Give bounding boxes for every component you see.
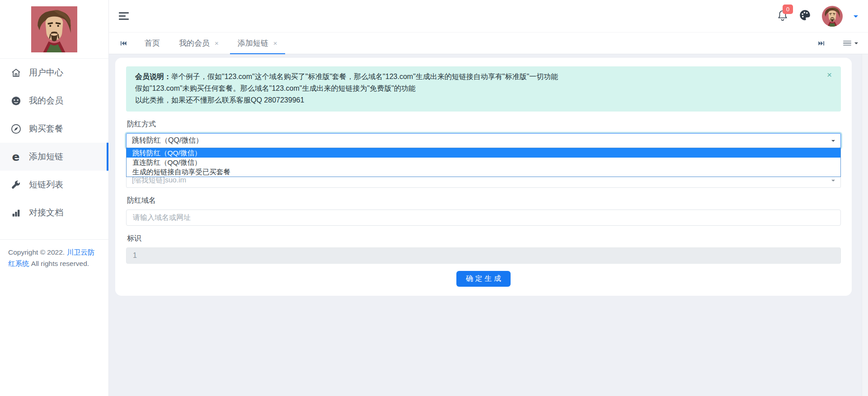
submit-row: 确 定 生 成 <box>126 271 841 287</box>
domain-label: 防红域名 <box>127 196 840 205</box>
skip-start-icon <box>119 40 127 47</box>
avatar-image <box>822 6 843 27</box>
select-caret-icon <box>831 140 835 144</box>
notifications-button[interactable]: 0 <box>777 9 788 23</box>
compass-icon <box>10 124 22 134</box>
tab-add-shortlink[interactable]: 添加短链 <box>228 33 287 54</box>
copyright-suffix: All rights reserved. <box>29 260 89 267</box>
app-logo <box>0 0 108 59</box>
skip-end-icon <box>817 40 826 47</box>
sidebar-item-user-center[interactable]: 用户中心 <box>0 59 108 87</box>
sidebar-nav: 用户中心 我的会员 购买套餐 e 添加短链 短链列表 <box>0 59 108 227</box>
dropdown-option-direct[interactable]: 直连防红（QQ/微信） <box>127 158 840 167</box>
edge-e-icon: e <box>10 151 22 163</box>
shortlink-provider-value: [缩我短链]suo.im <box>132 176 186 185</box>
copyright-prefix: Copyright © 2022. <box>8 248 66 256</box>
page-content: 会员说明：举个例子，假如"123.com"这个域名购买了"标准版"套餐，那么域名… <box>109 54 868 396</box>
scroll-tabs-end-button[interactable] <box>812 40 830 47</box>
chevron-down-icon <box>854 42 858 46</box>
method-label: 防红方式 <box>127 120 840 129</box>
tab-my-members[interactable]: 我的会员 <box>169 33 228 54</box>
method-select-stack: 跳转防红（QQ/微信） 跳转防红（QQ/微信） 直连防红（QQ/微信） 生成的短… <box>126 133 841 188</box>
user-avatar[interactable] <box>822 6 843 27</box>
sidebar-item-label: 我的会员 <box>29 95 63 107</box>
tab-close-icon[interactable] <box>215 40 219 47</box>
home-icon <box>10 68 22 78</box>
tab-label: 添加短链 <box>238 38 268 48</box>
dropdown-option-auto-plan[interactable]: 生成的短链接自动享受已买套餐 <box>127 167 840 177</box>
add-shortlink-card: 会员说明：举个例子，假如"123.com"这个域名购买了"标准版"套餐，那么域名… <box>115 58 852 296</box>
scroll-tabs-start-button[interactable] <box>114 33 132 54</box>
member-info-alert: 会员说明：举个例子，假如"123.com"这个域名购买了"标准版"套餐，那么域名… <box>126 66 841 112</box>
sidebar-item-label: 购买套餐 <box>29 123 63 135</box>
alert-line-1: 会员说明：举个例子，假如"123.com"这个域名购买了"标准版"套餐，那么域名… <box>135 71 821 83</box>
tab-label: 我的会员 <box>179 38 210 48</box>
main-area: 0 首页 我的会员 <box>109 0 868 396</box>
open-tabs: 首页 我的会员 添加短链 <box>135 33 287 54</box>
list-icon <box>843 41 851 46</box>
method-dropdown: 跳转防红（QQ/微信） 直连防红（QQ/微信） 生成的短链接自动享受已买套餐 <box>126 148 841 177</box>
alert-title: 会员说明： <box>135 73 171 80</box>
alert-close-icon[interactable] <box>827 70 832 79</box>
method-select-value: 跳转防红（QQ/微信） <box>132 136 203 145</box>
sidebar-item-my-members[interactable]: 我的会员 <box>0 87 108 115</box>
sidebar-item-add-shortlink[interactable]: e 添加短链 <box>0 143 108 171</box>
notification-badge: 0 <box>783 5 793 14</box>
sidebar-item-api-docs[interactable]: 对接文档 <box>0 199 108 227</box>
dropdown-option-jump[interactable]: 跳转防红（QQ/微信） <box>127 148 840 158</box>
method-select[interactable]: 跳转防红（QQ/微信） <box>126 133 841 148</box>
logo-image <box>31 6 77 52</box>
tab-close-icon[interactable] <box>273 40 277 47</box>
sidebar-item-label: 添加短链 <box>29 151 63 163</box>
select-caret-icon <box>831 180 835 183</box>
alert-line-2: 假如"123.com"未购买任何套餐。那么域名"123.com"生成出来的短链接… <box>135 83 821 94</box>
tab-label: 首页 <box>145 38 160 48</box>
palette-icon <box>799 9 811 21</box>
sidebar-item-buy-plan[interactable]: 购买套餐 <box>0 115 108 143</box>
sidebar-item-shortlink-list[interactable]: 短链列表 <box>0 171 108 199</box>
tab-home[interactable]: 首页 <box>135 33 169 54</box>
sidebar-item-label: 短链列表 <box>29 179 63 191</box>
tabbar-tools <box>812 33 860 54</box>
sidebar-item-label: 对接文档 <box>29 207 63 219</box>
copyright: Copyright © 2022. 川卫云防红系统 All rights res… <box>0 239 108 270</box>
wrench-icon <box>10 180 22 190</box>
generate-button[interactable]: 确 定 生 成 <box>456 271 510 287</box>
domain-input[interactable] <box>126 210 841 226</box>
sidebar-item-label: 用户中心 <box>29 67 63 79</box>
alert-line-3: 以此类推，如果还不懂那么联系客服QQ 2807239961 <box>135 94 821 106</box>
menu-toggle-icon[interactable] <box>119 12 130 20</box>
tab-bar: 首页 我的会员 添加短链 <box>109 33 868 54</box>
theme-button[interactable] <box>799 9 811 23</box>
top-header: 0 <box>109 0 868 33</box>
user-menu-caret-icon[interactable] <box>854 15 858 20</box>
header-actions: 0 <box>777 6 858 27</box>
tag-label: 标识 <box>127 234 840 243</box>
bar-chart-icon <box>10 208 22 218</box>
face-icon <box>10 96 22 106</box>
tag-input <box>126 247 841 264</box>
tab-actions-dropdown[interactable] <box>843 41 858 46</box>
content-scrollbar[interactable] <box>862 54 868 396</box>
sidebar: 用户中心 我的会员 购买套餐 e 添加短链 短链列表 <box>0 0 109 396</box>
